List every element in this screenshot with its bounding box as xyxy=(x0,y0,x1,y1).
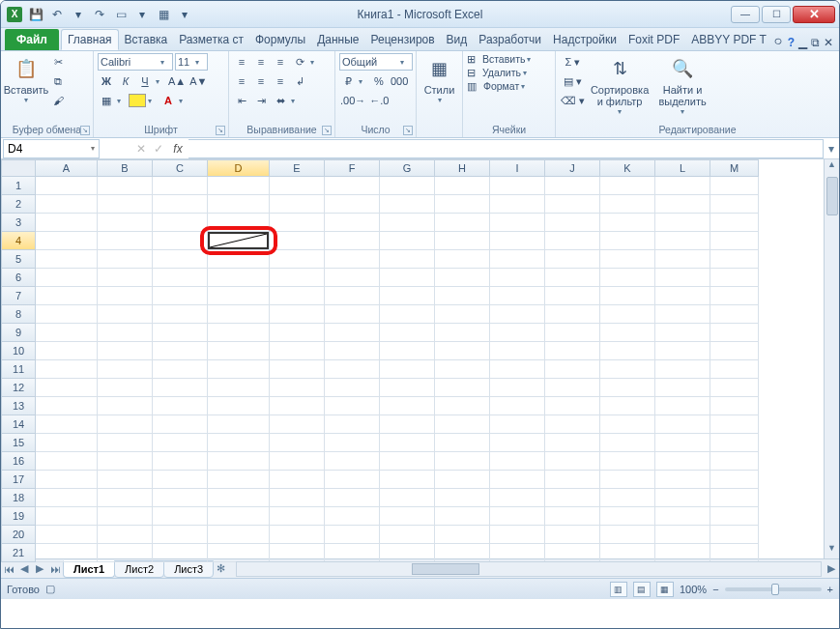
cell-C19[interactable] xyxy=(153,507,208,526)
qat-new-dropdown[interactable]: ▾ xyxy=(132,5,152,24)
col-header-D[interactable]: D xyxy=(208,159,270,177)
zoom-level[interactable]: 100% xyxy=(680,584,707,595)
sheet-nav-first-icon[interactable]: ⏮ xyxy=(1,563,16,575)
cell-K15[interactable] xyxy=(600,434,655,452)
row-header-19[interactable]: 19 xyxy=(1,507,36,526)
cell-E10[interactable] xyxy=(270,342,325,360)
cell-L4[interactable] xyxy=(655,232,710,250)
cell-C10[interactable] xyxy=(153,342,208,360)
cell-G13[interactable] xyxy=(380,397,435,415)
row-header-5[interactable]: 5 xyxy=(1,250,36,269)
cell-D15[interactable] xyxy=(208,434,270,452)
cell-D8[interactable] xyxy=(208,305,270,324)
cell-G9[interactable] xyxy=(380,324,435,342)
cell-M20[interactable] xyxy=(710,526,759,544)
cell-E4[interactable] xyxy=(270,232,325,250)
cell-M5[interactable] xyxy=(710,250,759,269)
page-layout-view-icon[interactable]: ▤ xyxy=(633,582,651,597)
increase-decimal-icon[interactable]: .00→ xyxy=(339,92,366,109)
cell-L19[interactable] xyxy=(655,507,710,526)
cell-D2[interactable] xyxy=(208,195,270,214)
cell-J17[interactable] xyxy=(545,471,600,489)
cell-A19[interactable] xyxy=(36,507,98,526)
qat-undo-dropdown[interactable]: ▾ xyxy=(69,5,88,24)
cell-J1[interactable] xyxy=(545,177,600,195)
cell-G10[interactable] xyxy=(380,342,435,360)
cell-B1[interactable] xyxy=(98,177,153,195)
cell-B4[interactable] xyxy=(98,232,153,250)
cell-C3[interactable] xyxy=(153,214,208,232)
row-header-6[interactable]: 6 xyxy=(1,269,36,287)
format-painter-icon[interactable]: 🖌 xyxy=(49,92,67,109)
cell-F5[interactable] xyxy=(325,250,380,269)
row-header-21[interactable]: 21 xyxy=(1,544,36,562)
cell-B6[interactable] xyxy=(98,269,153,287)
normal-view-icon[interactable]: ▥ xyxy=(610,582,627,597)
autosum-icon[interactable]: Σ ▾ xyxy=(560,53,586,71)
cell-A4[interactable] xyxy=(36,232,98,250)
cell-L20[interactable] xyxy=(655,526,710,544)
cell-K4[interactable] xyxy=(600,232,655,250)
comma-icon[interactable]: 000 xyxy=(390,72,409,90)
cell-M21[interactable] xyxy=(710,544,759,562)
scroll-right-icon[interactable]: ▶ xyxy=(824,562,839,575)
cell-J5[interactable] xyxy=(545,250,600,269)
zoom-out-icon[interactable]: − xyxy=(712,584,718,595)
cell-F11[interactable] xyxy=(325,360,380,379)
cell-H15[interactable] xyxy=(435,434,490,452)
cell-G19[interactable] xyxy=(380,507,435,526)
cell-K19[interactable] xyxy=(600,507,655,526)
row-header-3[interactable]: 3 xyxy=(1,214,36,232)
font-launcher-icon[interactable]: ↘ xyxy=(216,126,225,135)
cell-H7[interactable] xyxy=(435,287,490,305)
cell-J6[interactable] xyxy=(545,269,600,287)
cell-E7[interactable] xyxy=(270,287,325,305)
cell-G14[interactable] xyxy=(380,415,435,434)
cell-A6[interactable] xyxy=(36,269,98,287)
copy-icon[interactable]: ⧉ xyxy=(49,72,67,90)
sheet-nav-next-icon[interactable]: ▶ xyxy=(32,562,47,575)
cell-B19[interactable] xyxy=(98,507,153,526)
cell-A1[interactable] xyxy=(36,177,98,195)
cell-B11[interactable] xyxy=(98,360,153,379)
fill-icon[interactable]: ▤ ▾ xyxy=(560,72,586,90)
cell-K8[interactable] xyxy=(600,305,655,324)
cell-C16[interactable] xyxy=(153,452,208,471)
row-header-12[interactable]: 12 xyxy=(1,379,36,397)
ribbon-tab-5[interactable]: Рецензиров xyxy=(364,29,440,50)
cell-E16[interactable] xyxy=(270,452,325,471)
row-header-8[interactable]: 8 xyxy=(1,305,36,324)
cell-M10[interactable] xyxy=(710,342,759,360)
new-sheet-icon[interactable]: ✻ xyxy=(213,562,228,575)
row-header-20[interactable]: 20 xyxy=(1,526,36,544)
cut-icon[interactable]: ✂ xyxy=(49,53,67,71)
cell-L10[interactable] xyxy=(655,342,710,360)
ribbon-tab-8[interactable]: Надстройки xyxy=(547,29,623,50)
cell-B18[interactable] xyxy=(98,489,153,507)
cell-H21[interactable] xyxy=(435,544,490,562)
cell-C14[interactable] xyxy=(153,415,208,434)
cell-J18[interactable] xyxy=(545,489,600,507)
cell-E14[interactable] xyxy=(270,415,325,434)
align-left-icon[interactable]: ≡ xyxy=(233,72,250,90)
insert-cells-button[interactable]: ⊞ Вставить▾ xyxy=(467,53,536,65)
cell-C9[interactable] xyxy=(153,324,208,342)
window-maximize-button[interactable]: ☐ xyxy=(762,6,791,23)
cell-C5[interactable] xyxy=(153,250,208,269)
cell-K7[interactable] xyxy=(600,287,655,305)
cell-H19[interactable] xyxy=(435,507,490,526)
ribbon-tab-2[interactable]: Разметка ст xyxy=(173,29,249,50)
cell-A13[interactable] xyxy=(36,397,98,415)
scroll-up-icon[interactable]: ▲ xyxy=(827,159,836,175)
cell-I9[interactable] xyxy=(490,324,545,342)
cell-L5[interactable] xyxy=(655,250,710,269)
align-top-icon[interactable]: ≡ xyxy=(233,53,250,71)
cell-K3[interactable] xyxy=(600,214,655,232)
cell-M7[interactable] xyxy=(710,287,759,305)
cell-A7[interactable] xyxy=(36,287,98,305)
cell-G8[interactable] xyxy=(380,305,435,324)
cell-M2[interactable] xyxy=(710,195,759,214)
cell-A2[interactable] xyxy=(36,195,98,214)
font-color-button[interactable]: A xyxy=(159,92,177,109)
cell-M12[interactable] xyxy=(710,379,759,397)
